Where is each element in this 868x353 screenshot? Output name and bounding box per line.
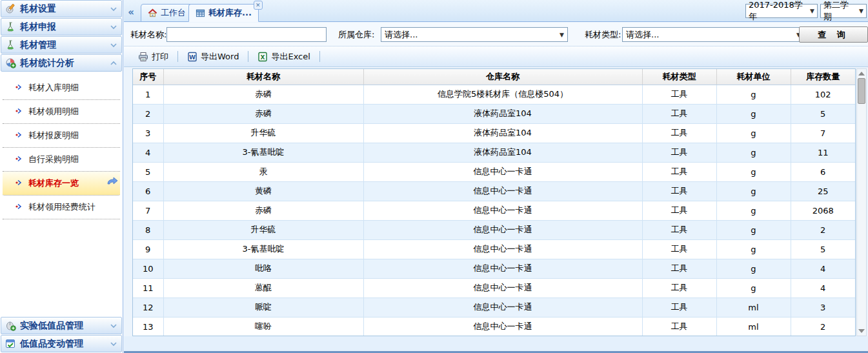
- chevron-up-icon: [110, 59, 117, 67]
- arrow-bullet-icon: [15, 84, 22, 90]
- tab-scroll-left-button[interactable]: «: [125, 5, 137, 19]
- sidebar-group-consumable-application[interactable]: 耗材申报: [1, 18, 122, 35]
- sidebar-item-issue-expense-stats[interactable]: 耗材领用经费统计: [3, 196, 120, 219]
- semester-value: 第二学期: [823, 0, 855, 23]
- sidebar-item-scrap-detail[interactable]: 耗材报废明细: [3, 124, 120, 148]
- sidebar-item-label: 耗材库存一览: [28, 178, 79, 188]
- cell-type: 工具: [642, 162, 716, 181]
- cell-name: 黄磷: [163, 181, 363, 201]
- chevron-down-icon: [110, 340, 117, 348]
- print-label: 打印: [152, 51, 168, 63]
- sidebar-item-inbound-detail[interactable]: 耗材入库明细: [3, 76, 120, 100]
- cell-name: 升华硫: [163, 220, 363, 239]
- sidebar-group-label: 低值品变动管理: [20, 338, 106, 350]
- column-header-quantity[interactable]: 库存数量: [791, 69, 855, 85]
- table-row[interactable]: 6 黄磷 信息中心一卡通 工具 g 25: [133, 181, 855, 201]
- sidebar-item-stock-overview[interactable]: 耗材库存一览: [3, 172, 120, 196]
- sidebar-item-label: 耗材领用明细: [28, 106, 79, 116]
- scroll-up-icon[interactable]: [858, 72, 865, 76]
- cell-unit: g: [716, 259, 791, 278]
- column-header-type[interactable]: 耗材类型: [642, 69, 716, 85]
- sidebar-item-self-purchase-detail[interactable]: 自行采购明细: [3, 148, 120, 172]
- cell-unit: g: [716, 201, 791, 220]
- cell-name: 汞: [163, 162, 363, 181]
- chevron-down-icon: ▼: [855, 8, 863, 14]
- warehouse-select-value: 请选择...: [385, 29, 418, 41]
- chevron-down-icon: [110, 23, 117, 31]
- consumable-name-input[interactable]: [167, 27, 327, 42]
- table-row[interactable]: 5 汞 信息中心一卡通 工具 g 6: [133, 162, 855, 181]
- tab-workbench[interactable]: 工作台: [141, 4, 193, 22]
- export-word-button[interactable]: W 导出Word: [181, 48, 245, 65]
- table-row[interactable]: 13 噻吩 信息中心一卡通 工具 ml 2: [133, 317, 855, 336]
- cell-type: 工具: [642, 239, 716, 259]
- svg-text:X: X: [261, 54, 265, 60]
- table-row[interactable]: 9 3-氰基吡啶 信息中心一卡通 工具 g 5: [133, 239, 855, 259]
- sidebar-group-consumable-management[interactable]: 耗材管理: [1, 36, 122, 54]
- column-header-unit[interactable]: 耗材单位: [716, 69, 791, 85]
- tab-close-icon[interactable]: ✕: [254, 1, 263, 10]
- cell-type: 工具: [642, 143, 716, 162]
- cell-warehouse: 信息中心一卡通: [363, 298, 642, 317]
- table-row[interactable]: 3 升华硫 液体药品室104 工具 g 7: [133, 123, 855, 143]
- table-row[interactable]: 8 升华硫 信息中心一卡通 工具 g 2: [133, 220, 855, 239]
- cell-type: 工具: [642, 278, 716, 298]
- table-row[interactable]: 12 哌啶 信息中心一卡通 工具 ml 3: [133, 298, 855, 317]
- print-button[interactable]: 打印: [132, 48, 174, 65]
- scroll-down-icon[interactable]: [858, 329, 865, 333]
- table-row[interactable]: 2 赤磷 液体药品室104 工具 g 5: [133, 104, 855, 123]
- table-scrollbar[interactable]: [856, 68, 867, 336]
- search-button[interactable]: 查 询: [799, 26, 868, 43]
- column-header-warehouse[interactable]: 仓库名称: [363, 69, 642, 85]
- table-row[interactable]: 10 吡咯 信息中心一卡通 工具 g 4: [133, 259, 855, 278]
- cell-index: 8: [133, 220, 163, 239]
- tab-stock-overview[interactable]: 耗材库存... ✕: [188, 4, 259, 22]
- cell-warehouse: 信息中心一卡通: [363, 201, 642, 220]
- chevron-down-icon: [110, 41, 117, 49]
- cell-warehouse: 信息中心一卡通: [363, 259, 642, 278]
- sidebar-group-low-value-changes[interactable]: 低值品变动管理: [1, 335, 122, 352]
- export-excel-button[interactable]: X 导出Excel: [252, 48, 316, 65]
- sidebar-group-consumable-statistics[interactable]: 耗材统计分析: [1, 54, 122, 72]
- table-row[interactable]: 7 赤磷 信息中心一卡通 工具 g 2068: [133, 201, 855, 220]
- semester-select[interactable]: 第二学期 ▼: [820, 4, 867, 18]
- footer-strip: [124, 336, 868, 353]
- cell-index: 7: [133, 201, 163, 220]
- table-row[interactable]: 11 蒽醌 信息中心一卡通 工具 g 4: [133, 278, 855, 298]
- cell-unit: ml: [716, 298, 791, 317]
- column-header-name[interactable]: 耗材名称: [163, 69, 363, 85]
- grid-icon: [196, 8, 205, 18]
- table-row[interactable]: 4 3-氰基吡啶 液体药品室104 工具 g 11: [133, 143, 855, 162]
- pie-chart-icon: [5, 57, 16, 68]
- gear-pencil-icon: [5, 3, 16, 14]
- warehouse-select[interactable]: 请选择... ▼: [381, 27, 568, 42]
- cell-unit: ml: [716, 317, 791, 336]
- cell-warehouse: 信息中心一卡通: [363, 317, 642, 336]
- cell-unit: g: [716, 123, 791, 143]
- column-header-index[interactable]: 序号: [133, 69, 163, 85]
- cell-unit: g: [716, 162, 791, 181]
- tab-strip: « 工作台 耗材库存... ✕ 2017-2018学年 ▼ 第二学期 ▼: [124, 0, 868, 22]
- cell-warehouse: 信息中心一卡通: [363, 220, 642, 239]
- export-excel-label: 导出Excel: [271, 51, 310, 63]
- cell-name: 赤磷: [163, 104, 363, 123]
- cell-type: 工具: [642, 220, 716, 239]
- sidebar-group-low-value-management[interactable]: 实验低值品管理: [1, 317, 122, 334]
- flask-icon: [5, 39, 16, 50]
- type-select[interactable]: 请选择... ▼: [622, 27, 805, 42]
- school-year-value: 2017-2018学年: [749, 0, 806, 23]
- main-area: « 工作台 耗材库存... ✕ 2017-2018学年 ▼ 第二学期 ▼: [124, 0, 868, 353]
- word-file-icon: W: [187, 52, 197, 62]
- cell-name: 赤磷: [163, 201, 363, 220]
- table-row[interactable]: 1 赤磷 信息学院5楼耗材库（信息楼504） 工具 g 102: [133, 85, 855, 104]
- sidebar-group-consumable-settings[interactable]: 耗材设置: [1, 0, 122, 17]
- cell-name: 3-氰基吡啶: [163, 143, 363, 162]
- cell-name: 赤磷: [163, 85, 363, 104]
- school-year-select[interactable]: 2017-2018学年 ▼: [745, 4, 818, 18]
- curved-arrow-icon: [106, 176, 119, 187]
- toolbar-separator: [319, 51, 320, 62]
- sidebar-item-issue-detail[interactable]: 耗材领用明细: [3, 100, 120, 124]
- scrollbar-thumb[interactable]: [858, 78, 865, 104]
- cell-quantity: 11: [791, 143, 855, 162]
- cell-name: 吡咯: [163, 259, 363, 278]
